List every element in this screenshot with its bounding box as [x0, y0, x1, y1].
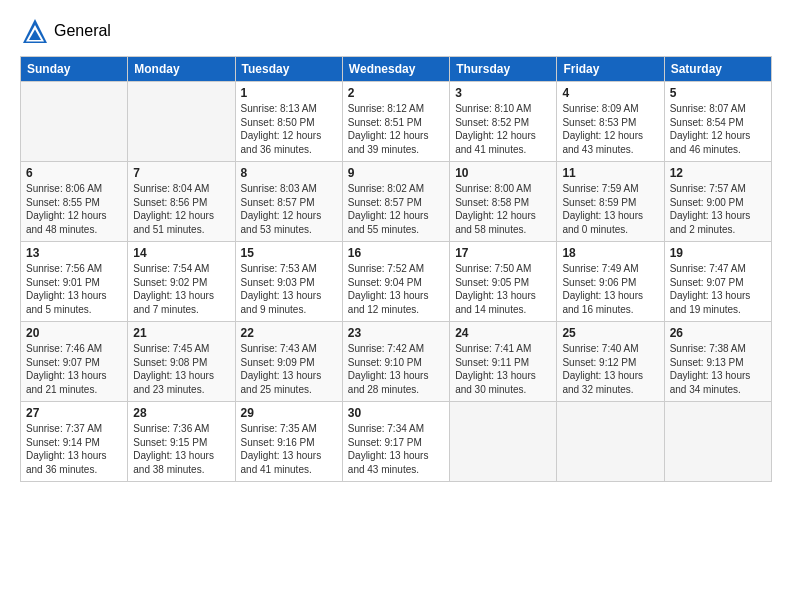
- calendar-cell: 25Sunrise: 7:40 AM Sunset: 9:12 PM Dayli…: [557, 322, 664, 402]
- day-info: Sunrise: 7:41 AM Sunset: 9:11 PM Dayligh…: [455, 342, 551, 396]
- calendar-cell: [450, 402, 557, 482]
- col-header-friday: Friday: [557, 57, 664, 82]
- day-info: Sunrise: 7:59 AM Sunset: 8:59 PM Dayligh…: [562, 182, 658, 236]
- calendar-table: SundayMondayTuesdayWednesdayThursdayFrid…: [20, 56, 772, 482]
- calendar-cell: [128, 82, 235, 162]
- calendar-cell: 9Sunrise: 8:02 AM Sunset: 8:57 PM Daylig…: [342, 162, 449, 242]
- calendar-header-row: SundayMondayTuesdayWednesdayThursdayFrid…: [21, 57, 772, 82]
- day-info: Sunrise: 8:04 AM Sunset: 8:56 PM Dayligh…: [133, 182, 229, 236]
- day-number: 5: [670, 86, 766, 100]
- week-row-5: 27Sunrise: 7:37 AM Sunset: 9:14 PM Dayli…: [21, 402, 772, 482]
- page: General SundayMondayTuesdayWednesdayThur…: [0, 0, 792, 492]
- day-number: 28: [133, 406, 229, 420]
- calendar-cell: 22Sunrise: 7:43 AM Sunset: 9:09 PM Dayli…: [235, 322, 342, 402]
- day-number: 10: [455, 166, 551, 180]
- calendar-cell: [557, 402, 664, 482]
- day-info: Sunrise: 7:35 AM Sunset: 9:16 PM Dayligh…: [241, 422, 337, 476]
- col-header-tuesday: Tuesday: [235, 57, 342, 82]
- calendar-cell: 26Sunrise: 7:38 AM Sunset: 9:13 PM Dayli…: [664, 322, 771, 402]
- calendar-cell: [21, 82, 128, 162]
- calendar-cell: 6Sunrise: 8:06 AM Sunset: 8:55 PM Daylig…: [21, 162, 128, 242]
- day-number: 22: [241, 326, 337, 340]
- calendar-cell: 23Sunrise: 7:42 AM Sunset: 9:10 PM Dayli…: [342, 322, 449, 402]
- week-row-4: 20Sunrise: 7:46 AM Sunset: 9:07 PM Dayli…: [21, 322, 772, 402]
- calendar-cell: 5Sunrise: 8:07 AM Sunset: 8:54 PM Daylig…: [664, 82, 771, 162]
- day-number: 11: [562, 166, 658, 180]
- col-header-sunday: Sunday: [21, 57, 128, 82]
- calendar-cell: 8Sunrise: 8:03 AM Sunset: 8:57 PM Daylig…: [235, 162, 342, 242]
- day-number: 29: [241, 406, 337, 420]
- calendar-cell: 21Sunrise: 7:45 AM Sunset: 9:08 PM Dayli…: [128, 322, 235, 402]
- header: General: [20, 16, 772, 46]
- calendar-cell: 1Sunrise: 8:13 AM Sunset: 8:50 PM Daylig…: [235, 82, 342, 162]
- day-info: Sunrise: 7:57 AM Sunset: 9:00 PM Dayligh…: [670, 182, 766, 236]
- col-header-wednesday: Wednesday: [342, 57, 449, 82]
- calendar-cell: 10Sunrise: 8:00 AM Sunset: 8:58 PM Dayli…: [450, 162, 557, 242]
- day-number: 19: [670, 246, 766, 260]
- calendar-cell: 14Sunrise: 7:54 AM Sunset: 9:02 PM Dayli…: [128, 242, 235, 322]
- calendar-cell: 18Sunrise: 7:49 AM Sunset: 9:06 PM Dayli…: [557, 242, 664, 322]
- day-number: 4: [562, 86, 658, 100]
- day-info: Sunrise: 8:13 AM Sunset: 8:50 PM Dayligh…: [241, 102, 337, 156]
- day-number: 30: [348, 406, 444, 420]
- day-info: Sunrise: 7:43 AM Sunset: 9:09 PM Dayligh…: [241, 342, 337, 396]
- day-number: 15: [241, 246, 337, 260]
- week-row-2: 6Sunrise: 8:06 AM Sunset: 8:55 PM Daylig…: [21, 162, 772, 242]
- day-info: Sunrise: 8:10 AM Sunset: 8:52 PM Dayligh…: [455, 102, 551, 156]
- calendar-cell: 17Sunrise: 7:50 AM Sunset: 9:05 PM Dayli…: [450, 242, 557, 322]
- day-info: Sunrise: 7:38 AM Sunset: 9:13 PM Dayligh…: [670, 342, 766, 396]
- col-header-monday: Monday: [128, 57, 235, 82]
- calendar-cell: 7Sunrise: 8:04 AM Sunset: 8:56 PM Daylig…: [128, 162, 235, 242]
- day-number: 16: [348, 246, 444, 260]
- day-number: 20: [26, 326, 122, 340]
- day-number: 23: [348, 326, 444, 340]
- calendar-cell: 27Sunrise: 7:37 AM Sunset: 9:14 PM Dayli…: [21, 402, 128, 482]
- calendar-cell: 4Sunrise: 8:09 AM Sunset: 8:53 PM Daylig…: [557, 82, 664, 162]
- day-info: Sunrise: 7:49 AM Sunset: 9:06 PM Dayligh…: [562, 262, 658, 316]
- day-info: Sunrise: 7:34 AM Sunset: 9:17 PM Dayligh…: [348, 422, 444, 476]
- day-info: Sunrise: 7:40 AM Sunset: 9:12 PM Dayligh…: [562, 342, 658, 396]
- calendar-cell: 30Sunrise: 7:34 AM Sunset: 9:17 PM Dayli…: [342, 402, 449, 482]
- day-number: 1: [241, 86, 337, 100]
- day-number: 12: [670, 166, 766, 180]
- day-info: Sunrise: 7:56 AM Sunset: 9:01 PM Dayligh…: [26, 262, 122, 316]
- day-info: Sunrise: 7:37 AM Sunset: 9:14 PM Dayligh…: [26, 422, 122, 476]
- day-number: 7: [133, 166, 229, 180]
- day-info: Sunrise: 7:52 AM Sunset: 9:04 PM Dayligh…: [348, 262, 444, 316]
- day-number: 17: [455, 246, 551, 260]
- day-info: Sunrise: 8:02 AM Sunset: 8:57 PM Dayligh…: [348, 182, 444, 236]
- logo-general: General: [54, 23, 111, 39]
- day-number: 8: [241, 166, 337, 180]
- week-row-1: 1Sunrise: 8:13 AM Sunset: 8:50 PM Daylig…: [21, 82, 772, 162]
- day-info: Sunrise: 8:07 AM Sunset: 8:54 PM Dayligh…: [670, 102, 766, 156]
- calendar-cell: 11Sunrise: 7:59 AM Sunset: 8:59 PM Dayli…: [557, 162, 664, 242]
- day-info: Sunrise: 7:53 AM Sunset: 9:03 PM Dayligh…: [241, 262, 337, 316]
- logo: General: [20, 16, 111, 46]
- day-info: Sunrise: 8:12 AM Sunset: 8:51 PM Dayligh…: [348, 102, 444, 156]
- week-row-3: 13Sunrise: 7:56 AM Sunset: 9:01 PM Dayli…: [21, 242, 772, 322]
- col-header-saturday: Saturday: [664, 57, 771, 82]
- calendar-cell: 16Sunrise: 7:52 AM Sunset: 9:04 PM Dayli…: [342, 242, 449, 322]
- calendar-cell: 29Sunrise: 7:35 AM Sunset: 9:16 PM Dayli…: [235, 402, 342, 482]
- calendar-cell: 24Sunrise: 7:41 AM Sunset: 9:11 PM Dayli…: [450, 322, 557, 402]
- calendar-cell: 12Sunrise: 7:57 AM Sunset: 9:00 PM Dayli…: [664, 162, 771, 242]
- day-number: 24: [455, 326, 551, 340]
- day-info: Sunrise: 7:46 AM Sunset: 9:07 PM Dayligh…: [26, 342, 122, 396]
- col-header-thursday: Thursday: [450, 57, 557, 82]
- calendar-cell: 3Sunrise: 8:10 AM Sunset: 8:52 PM Daylig…: [450, 82, 557, 162]
- day-info: Sunrise: 8:09 AM Sunset: 8:53 PM Dayligh…: [562, 102, 658, 156]
- day-number: 13: [26, 246, 122, 260]
- calendar-cell: 13Sunrise: 7:56 AM Sunset: 9:01 PM Dayli…: [21, 242, 128, 322]
- day-number: 14: [133, 246, 229, 260]
- calendar-cell: 2Sunrise: 8:12 AM Sunset: 8:51 PM Daylig…: [342, 82, 449, 162]
- day-number: 26: [670, 326, 766, 340]
- day-info: Sunrise: 7:45 AM Sunset: 9:08 PM Dayligh…: [133, 342, 229, 396]
- calendar-cell: 20Sunrise: 7:46 AM Sunset: 9:07 PM Dayli…: [21, 322, 128, 402]
- calendar-cell: 15Sunrise: 7:53 AM Sunset: 9:03 PM Dayli…: [235, 242, 342, 322]
- day-info: Sunrise: 8:00 AM Sunset: 8:58 PM Dayligh…: [455, 182, 551, 236]
- day-number: 21: [133, 326, 229, 340]
- logo-icon: [20, 16, 50, 46]
- day-info: Sunrise: 7:54 AM Sunset: 9:02 PM Dayligh…: [133, 262, 229, 316]
- logo-text: General: [54, 23, 111, 39]
- day-number: 27: [26, 406, 122, 420]
